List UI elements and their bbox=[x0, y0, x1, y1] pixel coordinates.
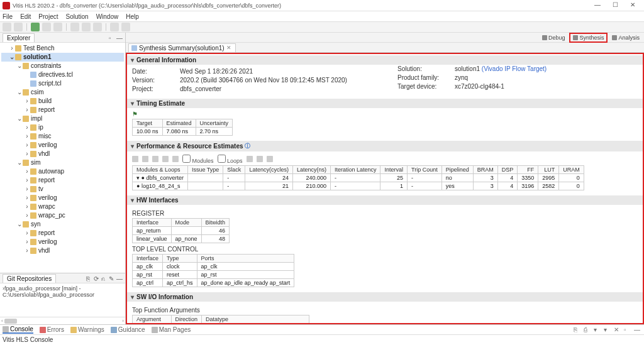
modules-checkbox[interactable] bbox=[182, 155, 191, 163]
git-tab[interactable]: Git Repositories bbox=[3, 274, 56, 283]
menu-file[interactable]: File bbox=[3, 13, 13, 20]
perf-tb-icon[interactable] bbox=[257, 156, 263, 162]
console-btn[interactable]: — bbox=[634, 326, 641, 334]
menu-solution[interactable]: Solution bbox=[65, 13, 88, 20]
git-tb-icon[interactable]: ✎ bbox=[109, 275, 115, 282]
perf-tb-icon[interactable] bbox=[172, 156, 179, 162]
tree-node[interactable]: ›wrapc bbox=[1, 202, 124, 211]
menu-edit[interactable]: Edit bbox=[20, 13, 31, 20]
menu-project[interactable]: Project bbox=[38, 13, 58, 20]
tree-node[interactable]: ›tv bbox=[1, 185, 124, 194]
tree-node[interactable]: ›vhdl bbox=[1, 150, 124, 158]
minimize-icon[interactable]: — bbox=[116, 275, 123, 282]
close-tab-icon[interactable]: ✕ bbox=[226, 45, 231, 51]
tab-console[interactable]: Console bbox=[3, 326, 33, 334]
register-title: REGISTER bbox=[132, 210, 638, 217]
maximize-button[interactable]: ☐ bbox=[606, 1, 624, 11]
section-sw[interactable]: ▾SW I/O Information bbox=[127, 292, 643, 302]
tree-node[interactable]: ›verilog bbox=[1, 194, 124, 202]
close-button[interactable]: ✕ bbox=[624, 1, 641, 11]
collapse-icon[interactable]: ▫ bbox=[109, 35, 115, 41]
console-btn[interactable]: ▫ bbox=[624, 326, 631, 334]
tab-man[interactable]: Man Pages bbox=[152, 326, 191, 333]
tree-node[interactable]: ›verilog bbox=[1, 141, 124, 150]
tree-node-solution1[interactable]: ⌄solution1 bbox=[1, 53, 124, 62]
persp-debug[interactable]: Debug bbox=[539, 33, 569, 42]
tab-guidance[interactable]: Guidance bbox=[111, 326, 145, 333]
tree-node-impl[interactable]: ⌄impl bbox=[1, 114, 124, 123]
tree-node-directives[interactable]: directives.tcl bbox=[1, 70, 124, 79]
man-icon bbox=[152, 327, 158, 333]
tab-warnings[interactable]: Warnings bbox=[70, 326, 104, 333]
toolbar-button[interactable] bbox=[82, 23, 91, 31]
tree-node[interactable]: ›report bbox=[1, 229, 124, 238]
section-hw[interactable]: ▾HW Interfaces bbox=[127, 195, 643, 205]
tree-node-constraints[interactable]: ⌄constraints bbox=[1, 62, 124, 70]
tree-node-syn[interactable]: ⌄syn bbox=[1, 220, 124, 229]
perf-tb-icon[interactable] bbox=[152, 156, 158, 162]
report-tab[interactable]: Synthesis Summary(solution1) ✕ bbox=[128, 43, 236, 52]
tree-node-sim[interactable]: ⌄sim bbox=[1, 158, 124, 167]
tree-node-testbench[interactable]: ›Test Bench bbox=[1, 44, 124, 53]
run-button[interactable] bbox=[31, 23, 40, 31]
tree-node[interactable]: ›build bbox=[1, 97, 124, 106]
flow-target-link[interactable]: (Vivado IP Flow Target) bbox=[482, 65, 547, 72]
tfa-title: Top Function Arguments bbox=[132, 307, 638, 314]
perf-tb-icon[interactable] bbox=[142, 156, 148, 162]
console-btn[interactable]: ▾ bbox=[604, 326, 611, 334]
git-repo-node[interactable]: ›fpga_audio_processor [main] - C:\Users\… bbox=[3, 285, 123, 298]
explorer-tab[interactable]: Explorer bbox=[3, 33, 35, 42]
console-title: Vitis HLS Console bbox=[3, 336, 641, 343]
tree-node[interactable]: ›verilog bbox=[1, 238, 124, 246]
toolbar-button[interactable] bbox=[14, 23, 23, 31]
toolbar-button[interactable] bbox=[93, 23, 102, 31]
tree-node[interactable]: ›vhdl bbox=[1, 246, 124, 255]
guidance-icon bbox=[111, 327, 117, 333]
console-btn[interactable]: ⎘ bbox=[574, 326, 581, 334]
menu-help[interactable]: Help bbox=[126, 13, 139, 20]
git-tb-icon[interactable]: ⟳ bbox=[94, 275, 100, 282]
console-btn[interactable]: ✕ bbox=[614, 326, 621, 334]
menu-window[interactable]: Window bbox=[96, 13, 119, 20]
console-btn[interactable]: ▾ bbox=[594, 326, 601, 334]
toolbar-button[interactable] bbox=[70, 23, 79, 31]
toolbar-button[interactable] bbox=[53, 23, 62, 31]
git-tb-icon[interactable]: ⎘ bbox=[86, 275, 92, 282]
explorer-header: Explorer ▫— bbox=[0, 33, 125, 43]
git-tb-icon[interactable]: ⎌ bbox=[101, 275, 108, 282]
perf-tb-icon[interactable] bbox=[247, 156, 253, 162]
toolbar-button[interactable] bbox=[121, 23, 130, 31]
console-btn[interactable]: ⎙ bbox=[584, 326, 591, 334]
persp-analysis[interactable]: Analysis bbox=[609, 33, 643, 42]
git-panel: Git Repositories ⎘⟳⎌✎— ›fpga_audio_proce… bbox=[0, 273, 125, 317]
section-timing[interactable]: ▾Timing Estimate bbox=[127, 99, 643, 108]
synthesis-report: ▾General Information Date:Wed Sep 1 18:2… bbox=[126, 53, 644, 324]
tree-node[interactable]: ›misc bbox=[1, 132, 124, 141]
tree-node-csim[interactable]: ⌄csim bbox=[1, 88, 124, 97]
section-perf[interactable]: ▾Performance & Resource Estimates ⓘ bbox=[127, 141, 643, 151]
toolbar-button[interactable] bbox=[3, 23, 11, 31]
minimize-icon[interactable]: — bbox=[116, 35, 123, 41]
perf-tb-icon[interactable] bbox=[132, 156, 138, 162]
tree-node[interactable]: ›report bbox=[1, 106, 124, 114]
section-general[interactable]: ▾General Information bbox=[127, 55, 643, 65]
toolbar-button[interactable] bbox=[42, 23, 51, 31]
tab-errors[interactable]: Errors bbox=[40, 326, 64, 333]
tree-node[interactable]: ›report bbox=[1, 176, 124, 185]
loops-checkbox[interactable] bbox=[218, 155, 226, 163]
info-icon[interactable]: ⓘ bbox=[245, 142, 250, 150]
tree-node[interactable]: ›ip bbox=[1, 123, 124, 132]
minimize-button[interactable]: — bbox=[589, 1, 606, 11]
toolbar-button[interactable] bbox=[110, 23, 119, 31]
timing-table: TargetEstimatedUncertainty 10.00 ns7.080… bbox=[132, 119, 233, 136]
console-icon bbox=[3, 326, 9, 332]
tree-node-script[interactable]: script.tcl bbox=[1, 79, 124, 88]
tree-node[interactable]: ›wrapc_pc bbox=[1, 211, 124, 220]
perf-tb-icon[interactable] bbox=[267, 156, 273, 162]
persp-synthesis[interactable]: Synthesis bbox=[569, 33, 608, 43]
tlc-title: TOP LEVEL CONTROL bbox=[132, 246, 638, 253]
perf-tb-icon[interactable] bbox=[162, 156, 169, 162]
main-column: Debug Synthesis Analysis Synthesis Summa… bbox=[126, 33, 644, 324]
tree-node[interactable]: ›autowrap bbox=[1, 167, 124, 176]
h-scrollbar[interactable]: ‹› bbox=[0, 317, 125, 324]
